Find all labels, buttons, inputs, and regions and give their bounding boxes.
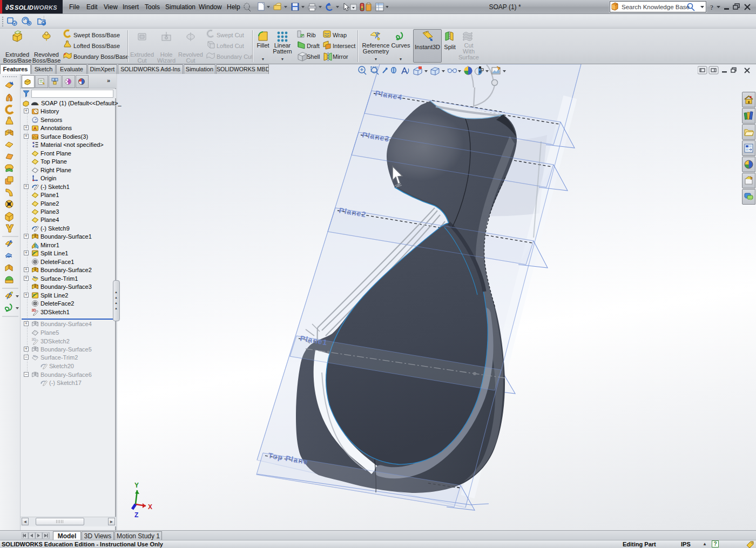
svg-text:X: X [148, 503, 152, 511]
svg-text:Search Knowledge Base: Search Knowledge Base [622, 4, 690, 10]
svg-text:3D: 3D [32, 308, 37, 312]
svg-text:A: A [33, 126, 37, 131]
svg-text:SOLIDWORKS: SOLIDWORKS [15, 4, 57, 11]
svg-text:∂S: ∂S [5, 3, 14, 11]
svg-text:Y: Y [134, 482, 139, 489]
svg-text:Z: Z [134, 511, 138, 519]
svg-text:?: ? [710, 3, 713, 11]
svg-text:3D: 3D [32, 337, 37, 341]
